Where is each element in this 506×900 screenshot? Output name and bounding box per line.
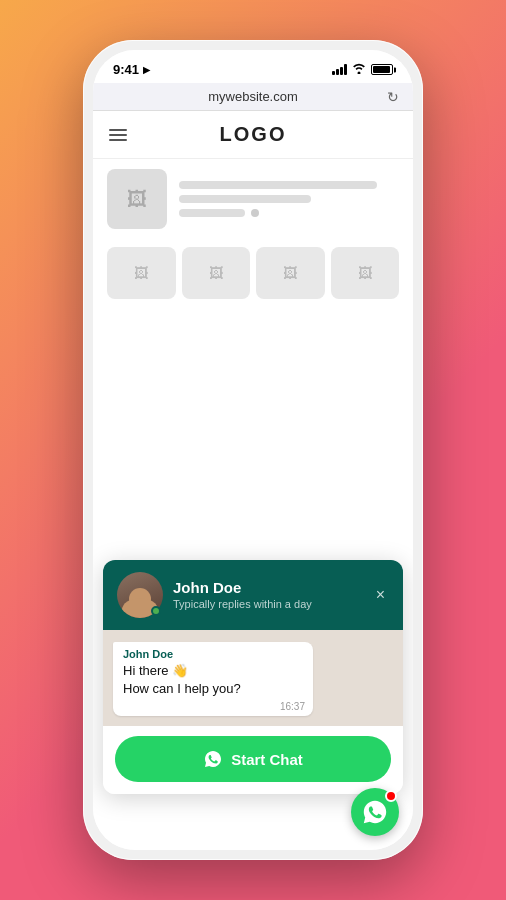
fab-notification-dot	[385, 790, 397, 802]
url-display: mywebsite.com	[208, 89, 298, 104]
image-placeholder-icon: 🖼	[127, 188, 147, 211]
hero-section: 🖼	[93, 159, 413, 239]
start-chat-button[interactable]: Start Chat	[115, 736, 391, 782]
start-chat-label: Start Chat	[231, 751, 303, 768]
message-bubble: John Doe Hi there 👋 How can I help you? …	[113, 642, 313, 716]
card-item: 🖼	[107, 247, 176, 299]
site-logo: LOGO	[220, 123, 287, 146]
battery-icon	[371, 64, 393, 75]
contact-info: John Doe Typically replies within a day	[173, 579, 362, 610]
status-icons	[332, 63, 393, 76]
card-item: 🖼	[182, 247, 251, 299]
message-time: 16:37	[280, 701, 305, 712]
hero-text-lines	[179, 181, 399, 217]
cards-grid: 🖼 🖼 🖼 🖼	[93, 239, 413, 307]
location-arrow: ▶	[143, 65, 150, 75]
card-image-icon: 🖼	[358, 265, 372, 281]
phone-frame: 9:41 ▶	[83, 40, 423, 860]
online-indicator	[151, 606, 161, 616]
message-text: Hi there 👋 How can I help you?	[123, 662, 303, 698]
website-content: LOGO 🖼 🖼	[93, 111, 413, 850]
site-nav: LOGO	[93, 111, 413, 159]
contact-status: Typically replies within a day	[173, 598, 362, 610]
message-sender: John Doe	[123, 648, 303, 660]
signal-bars	[332, 64, 347, 75]
whatsapp-fab-icon	[361, 798, 389, 826]
contact-name: John Doe	[173, 579, 362, 596]
card-item: 🖼	[256, 247, 325, 299]
card-image-icon: 🖼	[209, 265, 223, 281]
time-display: 9:41	[113, 62, 139, 77]
chat-area: John Doe Hi there 👋 How can I help you? …	[103, 630, 403, 726]
hamburger-menu[interactable]	[109, 129, 127, 141]
card-item: 🖼	[331, 247, 400, 299]
start-chat-area: Start Chat	[103, 726, 403, 794]
wifi-icon	[352, 63, 366, 76]
refresh-icon[interactable]: ↻	[387, 89, 399, 105]
popup-header: John Doe Typically replies within a day …	[103, 560, 403, 630]
whatsapp-fab[interactable]	[351, 788, 399, 836]
hero-image: 🖼	[107, 169, 167, 229]
close-button[interactable]: ×	[372, 584, 389, 606]
status-bar: 9:41 ▶	[93, 50, 413, 83]
whatsapp-icon	[203, 749, 223, 769]
card-image-icon: 🖼	[134, 265, 148, 281]
phone-screen: 9:41 ▶	[93, 50, 413, 850]
card-image-icon: 🖼	[283, 265, 297, 281]
browser-bar: mywebsite.com ↻	[93, 83, 413, 111]
whatsapp-popup: John Doe Typically replies within a day …	[103, 560, 403, 794]
status-time: 9:41 ▶	[113, 62, 150, 77]
avatar-container	[117, 572, 163, 618]
